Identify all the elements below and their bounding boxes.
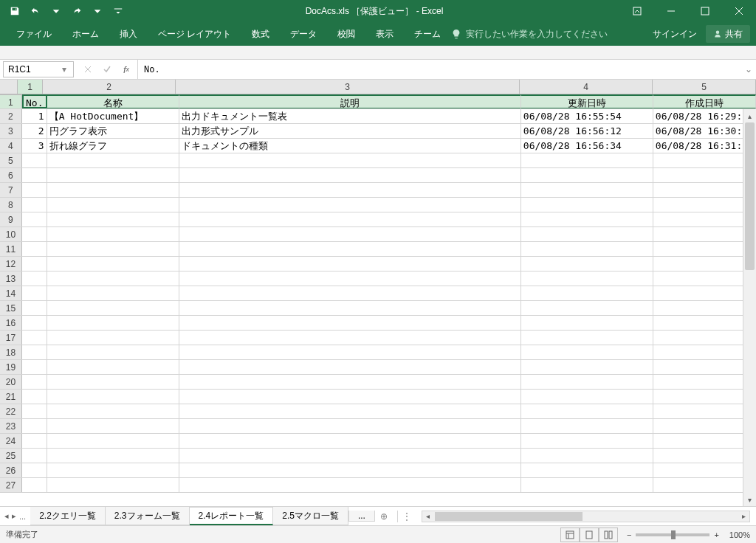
cell[interactable] xyxy=(521,227,653,241)
cell[interactable] xyxy=(521,153,653,167)
cell[interactable] xyxy=(653,301,756,315)
zoom-in-button[interactable]: + xyxy=(714,530,718,539)
select-all-corner[interactable] xyxy=(0,80,18,94)
view-page-layout-button[interactable] xyxy=(580,528,599,542)
cell[interactable] xyxy=(22,153,47,167)
cell[interactable] xyxy=(653,463,756,477)
sheet-tab[interactable]: 2.2クエリ一覧 xyxy=(30,507,106,525)
cell[interactable] xyxy=(179,478,521,492)
cell[interactable] xyxy=(179,375,521,389)
cell[interactable] xyxy=(521,463,653,477)
cell[interactable] xyxy=(179,301,521,315)
cell[interactable] xyxy=(653,360,756,374)
cell[interactable] xyxy=(653,257,756,271)
cell[interactable]: 更新日時 xyxy=(521,94,653,108)
cell[interactable] xyxy=(179,242,521,256)
cell[interactable]: 06/08/28 16:30: xyxy=(653,124,756,138)
cell[interactable]: 名称 xyxy=(47,94,179,108)
cell[interactable] xyxy=(22,286,47,300)
horizontal-scroll-thumb[interactable] xyxy=(435,512,583,521)
row-header[interactable]: 15 xyxy=(0,301,22,315)
cell[interactable] xyxy=(47,390,179,404)
name-box[interactable]: ▾ xyxy=(3,61,74,77)
tab-home[interactable]: ホーム xyxy=(62,22,109,46)
cell[interactable] xyxy=(653,316,756,330)
row-header[interactable]: 2 xyxy=(0,109,22,123)
zoom-slider[interactable] xyxy=(636,533,709,536)
cell[interactable] xyxy=(47,345,179,359)
cell[interactable] xyxy=(179,286,521,300)
cell[interactable] xyxy=(653,419,756,433)
cell[interactable] xyxy=(653,404,756,418)
cell[interactable]: 06/08/28 16:55:54 xyxy=(521,109,653,123)
cell[interactable]: 作成日時 xyxy=(653,94,756,108)
row-header[interactable]: 1 xyxy=(0,94,22,108)
cell[interactable] xyxy=(521,331,653,345)
zoom-out-button[interactable]: − xyxy=(627,530,631,539)
cell[interactable] xyxy=(22,404,47,418)
cell[interactable] xyxy=(179,345,521,359)
tab-page-layout[interactable]: ページ レイアウト xyxy=(148,22,241,46)
name-box-input[interactable] xyxy=(8,64,60,75)
cell[interactable] xyxy=(521,478,653,492)
cell[interactable] xyxy=(22,272,47,286)
row-header[interactable]: 26 xyxy=(0,463,22,477)
cell[interactable] xyxy=(47,316,179,330)
cell[interactable] xyxy=(179,183,521,197)
cell[interactable] xyxy=(47,286,179,300)
sheet-tab[interactable]: 2.3フォーム一覧 xyxy=(106,507,190,525)
cell[interactable]: 2 xyxy=(22,124,47,138)
cell[interactable] xyxy=(22,449,47,463)
row-header[interactable]: 9 xyxy=(0,212,22,226)
cell[interactable]: 3 xyxy=(22,139,47,153)
row-header[interactable]: 8 xyxy=(0,198,22,212)
row-header[interactable]: 13 xyxy=(0,272,22,286)
cell[interactable] xyxy=(47,198,179,212)
cell[interactable] xyxy=(653,183,756,197)
vertical-scrollbar[interactable]: ▴ ▾ xyxy=(743,109,756,506)
tab-data[interactable]: データ xyxy=(280,22,327,46)
name-box-dropdown[interactable]: ▾ xyxy=(60,64,69,75)
cell[interactable]: 説明 xyxy=(179,94,521,108)
cell[interactable]: 円グラフ表示 xyxy=(47,124,179,138)
cell[interactable] xyxy=(521,375,653,389)
cell[interactable] xyxy=(179,168,521,182)
cell[interactable]: 出力形式サンプル xyxy=(179,124,521,138)
tab-view[interactable]: 表示 xyxy=(365,22,404,46)
column-header[interactable]: 1 xyxy=(18,80,43,94)
cell[interactable] xyxy=(179,227,521,241)
cell[interactable]: 出力ドキュメント一覧表 xyxy=(179,109,521,123)
cell[interactable] xyxy=(22,301,47,315)
row-header[interactable]: 18 xyxy=(0,345,22,359)
cell[interactable] xyxy=(22,345,47,359)
row-header[interactable]: 5 xyxy=(0,153,22,167)
cell[interactable] xyxy=(179,463,521,477)
cell[interactable] xyxy=(521,449,653,463)
cell[interactable] xyxy=(521,257,653,271)
scroll-up-button[interactable]: ▴ xyxy=(743,109,756,122)
row-header[interactable]: 11 xyxy=(0,242,22,256)
tell-me[interactable]: 実行したい作業を入力してください xyxy=(451,28,608,41)
cell[interactable] xyxy=(521,212,653,226)
cell[interactable] xyxy=(521,360,653,374)
save-button[interactable] xyxy=(4,1,25,21)
sheet-tab[interactable]: 2.4レポート一覧 xyxy=(190,507,274,525)
cell[interactable]: 06/08/28 16:29: xyxy=(653,109,756,123)
cell[interactable] xyxy=(521,168,653,182)
tab-split-handle[interactable]: ⋮ xyxy=(402,511,416,522)
cell[interactable] xyxy=(22,316,47,330)
cell[interactable] xyxy=(47,272,179,286)
cell[interactable] xyxy=(653,390,756,404)
cell[interactable] xyxy=(47,153,179,167)
cell[interactable] xyxy=(521,419,653,433)
enter-formula-button[interactable] xyxy=(99,61,115,77)
row-header[interactable]: 22 xyxy=(0,404,22,418)
cell[interactable]: 1 xyxy=(22,109,47,123)
cell[interactable] xyxy=(653,345,756,359)
cell[interactable] xyxy=(47,463,179,477)
cell[interactable] xyxy=(521,242,653,256)
cell[interactable] xyxy=(653,198,756,212)
cell[interactable]: 【A HotDocument】 xyxy=(47,109,179,123)
cell[interactable] xyxy=(22,183,47,197)
undo-dropdown[interactable] xyxy=(46,1,66,21)
